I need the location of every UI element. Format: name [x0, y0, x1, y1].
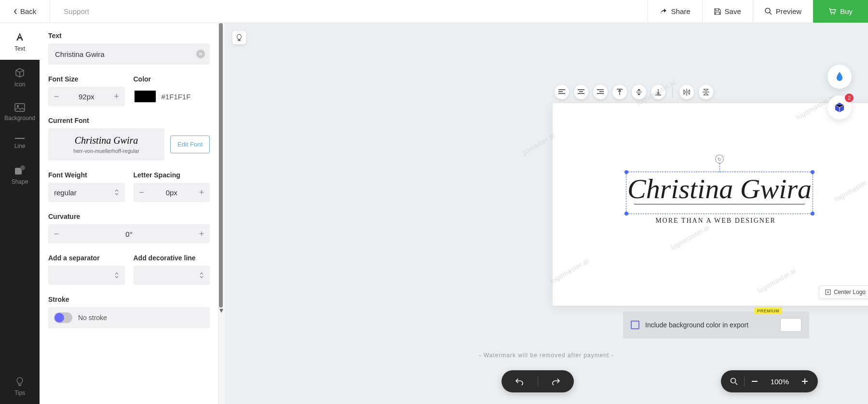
- rotate-connector: [719, 163, 720, 172]
- align-middle-button[interactable]: [632, 85, 646, 99]
- font-size-stepper: − 92px +: [48, 87, 125, 106]
- align-right-icon: [597, 89, 604, 95]
- align-bottom-button[interactable]: [651, 85, 665, 99]
- selection-box[interactable]: ↻ Christina Gwira: [626, 172, 813, 214]
- font-preview: Christina Gwira: [75, 135, 138, 146]
- align-top-button[interactable]: [612, 85, 627, 99]
- align-middle-icon: [636, 89, 642, 95]
- font-size-value[interactable]: 92px: [65, 93, 108, 101]
- flip-horizontal-button[interactable]: [679, 85, 694, 99]
- align-left-button[interactable]: [555, 85, 569, 99]
- nav-line-label: Line: [14, 143, 26, 149]
- design-canvas[interactable]: logomaster.ai logomaster.ai logomaster.a…: [553, 103, 868, 306]
- rotate-handle[interactable]: ↻: [715, 155, 724, 163]
- stroke-toggle[interactable]: [54, 312, 72, 323]
- nav-background-label: Background: [4, 115, 35, 121]
- letter-spacing-label: Letter Spacing: [134, 171, 210, 179]
- text-input[interactable]: [48, 43, 210, 65]
- buy-button[interactable]: Buy: [813, 0, 868, 23]
- svg-rect-15: [752, 381, 758, 382]
- zoom-control: 100%: [721, 370, 818, 392]
- resize-handle-tr[interactable]: [811, 170, 814, 174]
- logo-tagline[interactable]: MORE THAN A WEB DESIGNER: [553, 217, 868, 225]
- nav-background[interactable]: Background: [0, 95, 40, 129]
- include-bg-label: Include background color in export: [645, 321, 748, 329]
- resize-handle-br[interactable]: [811, 212, 814, 215]
- panel-scroll-down[interactable]: ▾: [219, 308, 224, 312]
- search-icon: [765, 8, 772, 15]
- layers-badge: 2: [845, 94, 854, 102]
- preview-label: Preview: [776, 7, 801, 15]
- font-size-label: Font Size: [48, 75, 125, 83]
- buy-label: Buy: [840, 7, 853, 15]
- font-name: herr-von-muellerhoff-regular: [73, 148, 139, 154]
- nav-text[interactable]: Text: [0, 23, 40, 60]
- chevron-updown-icon: [114, 272, 119, 279]
- stroke-status: No stroke: [78, 314, 107, 322]
- curvature-value[interactable]: 0°: [65, 230, 193, 238]
- stroke-label: Stroke: [48, 296, 210, 303]
- redo-button[interactable]: [538, 377, 574, 385]
- nav-icon[interactable]: Icon: [0, 60, 40, 95]
- lightbulb-icon: [16, 377, 23, 387]
- logo-main-text[interactable]: Christina Gwira: [626, 172, 813, 203]
- chevron-updown-icon: [199, 272, 204, 279]
- export-bar: PREMIUM Include background color in expo…: [623, 311, 809, 338]
- layers-tool-button[interactable]: 2: [827, 95, 852, 120]
- include-bg-checkbox[interactable]: [631, 321, 639, 329]
- properties-panel: Text Font Size − 92px + Color: [40, 23, 219, 404]
- curvature-increase[interactable]: +: [193, 224, 210, 243]
- watermark: logomaster.ai: [833, 175, 868, 203]
- nav-tips[interactable]: Tips: [0, 369, 40, 404]
- align-right-button[interactable]: [593, 85, 608, 99]
- watermark-note: - Watermark will be removed after paymen…: [225, 352, 868, 359]
- undo-button[interactable]: [502, 377, 538, 385]
- share-icon: [660, 8, 667, 15]
- watermark: logomaster.ai: [669, 223, 711, 252]
- clear-text-button[interactable]: [196, 50, 205, 58]
- support-link[interactable]: Support: [50, 7, 103, 15]
- font-size-increase[interactable]: +: [108, 87, 125, 106]
- align-center-button[interactable]: [574, 85, 588, 99]
- zoom-out-button[interactable]: [745, 381, 765, 382]
- lightbulb-icon: [236, 34, 242, 41]
- share-button[interactable]: Share: [648, 0, 702, 23]
- font-weight-select[interactable]: regular: [48, 183, 125, 202]
- color-label: Color: [134, 75, 210, 83]
- align-left-icon: [558, 89, 565, 95]
- letter-spacing-increase[interactable]: +: [193, 183, 210, 202]
- svg-point-0: [765, 8, 770, 13]
- preview-button[interactable]: Preview: [753, 0, 813, 23]
- nav-shape[interactable]: Shape: [0, 157, 40, 193]
- letter-spacing-decrease[interactable]: −: [134, 183, 150, 202]
- curvature-label: Curvature: [48, 213, 210, 220]
- watermark: logomaster.ai: [756, 267, 798, 295]
- font-weight-label: Font Weight: [48, 171, 125, 179]
- resize-handle-tl[interactable]: [624, 170, 628, 174]
- zoom-fit-button[interactable]: [724, 377, 744, 385]
- panel-scrollbar-thumb[interactable]: [219, 23, 223, 308]
- hint-button[interactable]: [232, 31, 246, 44]
- droplet-icon: [835, 71, 844, 82]
- export-bg-swatch[interactable]: [780, 318, 801, 332]
- center-icon: [825, 289, 831, 295]
- letter-spacing-value[interactable]: 0px: [150, 189, 194, 197]
- font-size-decrease[interactable]: −: [48, 87, 65, 106]
- canvas-area: logomaster.ai logomaster.ai logomaster.a…: [225, 23, 868, 404]
- color-swatch[interactable]: [134, 90, 157, 103]
- back-button[interactable]: Back: [0, 0, 50, 23]
- resize-handle-bl[interactable]: [624, 212, 628, 215]
- curvature-decrease[interactable]: −: [48, 224, 65, 243]
- watermark: logomaster.ai: [524, 132, 556, 160]
- nav-line[interactable]: Line: [0, 129, 40, 157]
- color-tool-button[interactable]: [827, 65, 852, 89]
- zoom-in-button[interactable]: [795, 378, 815, 384]
- text-icon: [14, 31, 26, 42]
- flip-vertical-button[interactable]: [699, 85, 713, 99]
- center-logo-button[interactable]: Center Logo: [819, 285, 868, 299]
- decorative-select[interactable]: [134, 266, 210, 285]
- sidebar-nav: Text Icon Background Line Shape Tips: [0, 23, 40, 404]
- edit-font-button[interactable]: Edit Font: [170, 135, 210, 153]
- save-button[interactable]: Save: [702, 0, 753, 23]
- separator-select[interactable]: [48, 266, 125, 285]
